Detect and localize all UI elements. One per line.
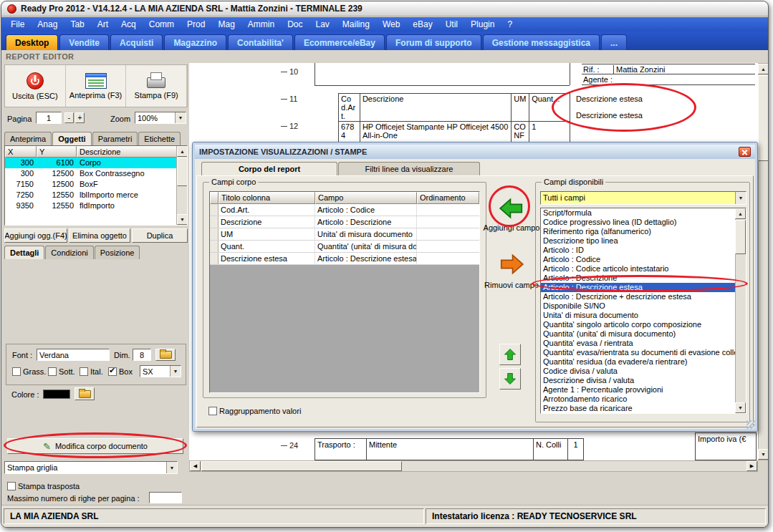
- button-aggiungi-ogg-f4[interactable]: Aggiungi ogg.(F4): [4, 228, 67, 243]
- menu-item-util[interactable]: Util: [439, 17, 464, 32]
- raggruppamento-checkbox[interactable]: Raggruppamento valori: [208, 407, 301, 415]
- object-row[interactable]: 715012500BoxF: [5, 179, 187, 190]
- menu-item-plugin[interactable]: Plugin: [464, 17, 501, 32]
- menu-item-doc[interactable]: Doc: [281, 17, 309, 32]
- color-swatch[interactable]: [43, 390, 70, 399]
- grassetto-checkbox[interactable]: Grass.: [12, 367, 46, 376]
- menu-item-acq[interactable]: Acq: [115, 17, 143, 32]
- list-item-unita-di-misura-documento[interactable]: Unita' di misura documento: [541, 311, 735, 320]
- main-tab-magazzino[interactable]: Magazzino: [164, 34, 226, 50]
- list-item-disponibile-si-no[interactable]: Disponibile SI/NO: [541, 301, 735, 311]
- uscita-button[interactable]: Uscita (ESC): [5, 65, 66, 107]
- dialog-tab-filtri-linee-da-visualizzare[interactable]: Filtri linee da visualizzare: [338, 162, 480, 175]
- menu-item-ebay[interactable]: eBay: [406, 17, 438, 32]
- list-item-prezzo-base-da-ricaricare[interactable]: Prezzo base da ricaricare: [541, 404, 735, 413]
- chevron-down-icon[interactable]: [170, 366, 181, 377]
- menu-item-mag[interactable]: Mag: [211, 17, 241, 32]
- checkbox-icon[interactable]: [12, 367, 21, 376]
- campi-corpo-row[interactable]: DescrizioneArticolo : Descrizione: [210, 216, 479, 228]
- menu-item-tab[interactable]: Tab: [64, 17, 90, 32]
- menu-item-mailing[interactable]: Mailing: [336, 17, 376, 32]
- scroll-up-icon[interactable]: ▲: [177, 146, 188, 157]
- list-item-quantita-evasa-rientrata[interactable]: Quantita' evasa / rientrata: [541, 339, 735, 348]
- list-item-quantita-unita-di-misura-documento[interactable]: Quantita' (unita' di misura documento): [541, 329, 735, 339]
- list-item-quantita-evasa-rientrata-su-documenti-di-evasione-colleg[interactable]: Quantita' evasa/rientrata su documenti d…: [541, 348, 735, 357]
- column-header-x[interactable]: X: [5, 146, 37, 158]
- list-item-riferimento-riga-alfanumerico[interactable]: Riferimento riga (alfanumerico): [541, 227, 735, 236]
- menu-item-ammin[interactable]: Ammin: [241, 17, 281, 32]
- scroll-right-icon[interactable]: ▶: [746, 461, 757, 471]
- column-header-titolo[interactable]: Titolo colonna: [219, 192, 315, 204]
- menu-item-art[interactable]: Art: [91, 17, 115, 32]
- tab-posizione[interactable]: Posizione: [95, 246, 140, 259]
- menu-item-item[interactable]: ?: [501, 17, 519, 32]
- scrollbar-thumb[interactable]: [758, 75, 769, 161]
- list-item-articolo-codice-articolo-intestatario[interactable]: Articolo : Codice articolo intestatario: [541, 264, 735, 274]
- main-tab-desktop[interactable]: Desktop: [6, 34, 58, 50]
- zoom-select[interactable]: 100%: [135, 112, 186, 124]
- menu-item-prod[interactable]: Prod: [181, 17, 211, 32]
- menu-item-file[interactable]: File: [4, 17, 31, 32]
- checkbox-icon[interactable]: [208, 407, 217, 415]
- italico-checkbox[interactable]: Ital.: [80, 367, 103, 376]
- list-item-codice-progressivo-linea-id-dettaglio[interactable]: Codice progressivo linea (ID dettaglio): [541, 218, 735, 227]
- object-table-scrollbar[interactable]: ▲ ▼: [176, 146, 187, 225]
- font-picker-button[interactable]: [155, 349, 176, 361]
- menu-item-lav[interactable]: Lav: [309, 17, 336, 32]
- tab-oggetti[interactable]: Oggetti: [52, 132, 92, 145]
- campi-corpo-row[interactable]: UMUnita' di misura documento: [210, 228, 479, 241]
- move-down-button[interactable]: [499, 368, 521, 390]
- color-picker-button[interactable]: [75, 387, 95, 400]
- scroll-down-icon[interactable]: ▼: [177, 214, 188, 225]
- campi-filter-select[interactable]: Tutti i campi: [540, 191, 746, 205]
- stampa-trasposta-checkbox[interactable]: Stampa trasposta: [7, 482, 80, 490]
- preview-hscrollbar[interactable]: ◀ ▶: [189, 460, 758, 472]
- page-minus-button[interactable]: -: [64, 112, 74, 123]
- column-header-y[interactable]: Y: [37, 146, 77, 158]
- list-item-quantita-residua-da-evadere-a-rientrare[interactable]: Quantita' residua (da evadere/a rientrar…: [541, 357, 735, 367]
- campi-corpo-row[interactable]: Descrizione estesaArticolo : Descrizione…: [210, 253, 479, 265]
- rimuovi-campo-button[interactable]: [498, 251, 525, 278]
- main-tab-item[interactable]: ...: [601, 34, 627, 50]
- scroll-up-icon[interactable]: ▲: [758, 64, 769, 74]
- page-number-input[interactable]: 1: [36, 112, 62, 124]
- dialog-title-bar[interactable]: IMPOSTAZIONE VISUALIZZAZIONI / STAMPE: [195, 145, 755, 159]
- list-item-articolo-descrizione-estesa[interactable]: Articolo : Descrizione estesa: [541, 283, 735, 292]
- modifica-corpo-button[interactable]: ✎ Modifica corpo documento: [7, 438, 183, 454]
- page-plus-button[interactable]: +: [75, 112, 85, 123]
- list-item-script-formula[interactable]: Script/formula: [541, 208, 735, 218]
- column-header-descrizione[interactable]: Descrizione: [77, 146, 187, 158]
- scroll-down-icon[interactable]: ▼: [758, 449, 769, 460]
- scroll-left-icon[interactable]: ◀: [190, 461, 201, 471]
- list-item-agente-1-percentuale-provvigioni[interactable]: Agente 1 : Percentuale provvigioni: [541, 385, 735, 395]
- campi-disponibili-list[interactable]: ▲ ▼ Script/formulaCodice progressivo lin…: [540, 208, 746, 414]
- list-item-arrotondamento-ricarico[interactable]: Arrotondamento ricarico: [541, 395, 735, 404]
- scrollbar-thumb[interactable]: [735, 220, 746, 254]
- checkbox-icon[interactable]: [48, 367, 57, 376]
- anteprima-button[interactable]: Anteprima (F3): [66, 65, 127, 107]
- list-scrollbar[interactable]: ▲ ▼: [735, 208, 746, 413]
- list-item-articolo-id[interactable]: Articolo : ID: [541, 246, 735, 255]
- stampa-griglia-select[interactable]: Stampa griglia: [4, 461, 178, 474]
- list-item-descrizione-tipo-linea[interactable]: Descrizione tipo linea: [541, 236, 735, 246]
- scroll-up-icon[interactable]: ▲: [735, 208, 746, 219]
- list-item-codice-divisa-valuta[interactable]: Codice divisa / valuta: [541, 367, 735, 376]
- main-tab-ecommerce-ebay[interactable]: Ecommerce/eBay: [294, 34, 385, 50]
- column-header-campo[interactable]: Campo: [315, 192, 417, 204]
- chevron-down-icon[interactable]: [166, 462, 177, 473]
- list-item-articolo-descrizione[interactable]: Articolo : Descrizione: [541, 274, 735, 283]
- title-bar[interactable]: Ready Pro 2012 - V14.12.4 - LA MIA AZIEN…: [1, 1, 768, 16]
- main-tab-contabilita[interactable]: Contabilita': [228, 34, 293, 50]
- list-item-quantita-singolo-articolo-corpo-composizione[interactable]: Quantita' singolo articolo corpo composi…: [541, 320, 735, 329]
- menu-item-anag[interactable]: Anag: [31, 17, 64, 32]
- list-item-descrizione-divisa-valuta[interactable]: Descrizione divisa / valuta: [541, 376, 735, 385]
- scrollbar-thumb[interactable]: [201, 461, 402, 471]
- align-select[interactable]: SX: [140, 365, 181, 377]
- chevron-down-icon[interactable]: [175, 112, 186, 123]
- main-tab-forum-di-supporto[interactable]: Forum di supporto: [386, 34, 481, 50]
- stampa-button[interactable]: Stampa (F9): [126, 65, 187, 107]
- move-up-button[interactable]: [499, 344, 521, 365]
- max-righe-input[interactable]: [149, 492, 182, 503]
- menu-item-web[interactable]: Web: [376, 17, 406, 32]
- checkbox-icon[interactable]: [80, 367, 88, 376]
